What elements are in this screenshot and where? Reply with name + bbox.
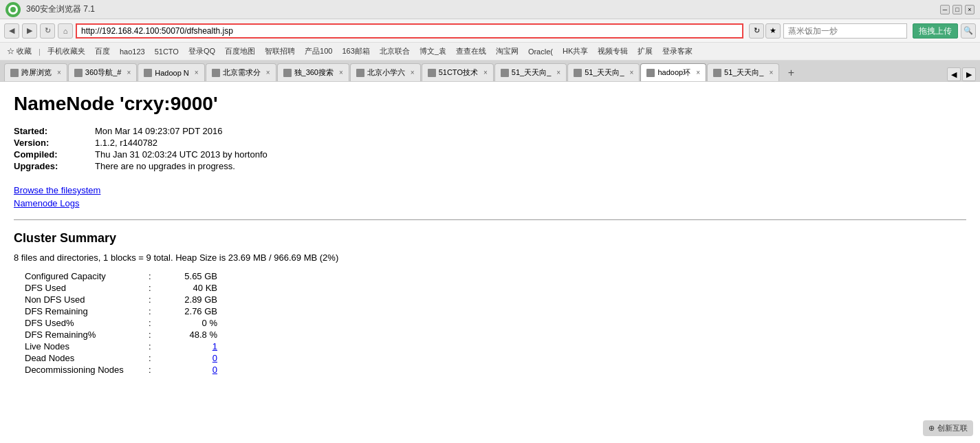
- minimize-button[interactable]: ─: [940, 5, 950, 14]
- tab-hadoop-env[interactable]: hadoop环 ×: [640, 63, 706, 81]
- tab-close-icon[interactable]: ×: [127, 69, 131, 76]
- maximize-button[interactable]: □: [952, 5, 962, 14]
- cluster-row-value[interactable]: 1: [162, 341, 217, 352]
- tab-label: 360导航_#: [85, 67, 122, 78]
- bookmark-qq[interactable]: 登录QQ: [186, 45, 218, 57]
- cluster-row-label: Configured Capacity: [25, 271, 149, 281]
- window-controls[interactable]: ─ □ ×: [940, 5, 974, 14]
- tab-label: 独_360搜索: [294, 67, 334, 78]
- section-divider: [14, 219, 966, 220]
- bookmark-163mail[interactable]: 163邮箱: [339, 45, 372, 57]
- tab-favicon: [501, 69, 509, 77]
- tab-close-icon[interactable]: ×: [195, 69, 199, 76]
- bookmarks-bar: ☆ 收藏 | 手机收藏夹 百度 hao123 51CTO 登录QQ 百度地图 智…: [0, 43, 980, 61]
- bookmark-video[interactable]: 视频专辑: [595, 45, 631, 57]
- tab-close-icon[interactable]: ×: [696, 69, 700, 76]
- bookmark-zhilian[interactable]: 智联招聘: [262, 45, 298, 57]
- cluster-row-value: 5.65 GB: [162, 271, 217, 281]
- namenode-logs-link[interactable]: Namenode Logs: [14, 198, 966, 208]
- bookmark-taobao[interactable]: 淘宝网: [493, 45, 521, 57]
- tab-close-icon[interactable]: ×: [556, 69, 560, 76]
- tab-label: 跨屏浏览: [21, 67, 52, 78]
- url-port: :50070: [159, 26, 184, 36]
- info-row-compiled: Compiled: Thu Jan 31 02:03:24 UTC 2013 b…: [14, 149, 966, 160]
- cluster-row-label: Dead Nodes: [25, 353, 149, 363]
- tab-kuaping[interactable]: 跨屏浏览 ×: [4, 63, 67, 81]
- info-row-upgrades: Upgrades: There are no upgrades in progr…: [14, 161, 966, 171]
- bookmark-extend[interactable]: 扩展: [635, 45, 655, 57]
- tab-beijing-demand[interactable]: 北京需求分 ×: [206, 63, 276, 81]
- tab-favicon: [646, 69, 655, 77]
- close-button[interactable]: ×: [965, 5, 974, 14]
- star-icon[interactable]: ★: [765, 23, 781, 39]
- bookmark-oracle[interactable]: Oracle(: [525, 47, 556, 56]
- cluster-row-value[interactable]: 0: [162, 365, 217, 375]
- search-button[interactable]: 🔍: [961, 23, 976, 39]
- tab-close-icon[interactable]: ×: [411, 69, 415, 76]
- bookmark-product100[interactable]: 产品100: [302, 45, 335, 57]
- tab-prev-button[interactable]: ◀: [947, 67, 961, 81]
- bookmark-bowen[interactable]: 博文_袁: [417, 45, 449, 57]
- page-content: NameNode 'crxy:9000' Started: Mon Mar 14…: [0, 82, 980, 387]
- bookmark-bjlianhe[interactable]: 北京联合: [377, 45, 413, 57]
- tab-favicon: [574, 69, 582, 77]
- back-button[interactable]: ◀: [4, 23, 19, 39]
- tab-favicon: [713, 69, 721, 77]
- page-title: NameNode 'crxy:9000': [14, 93, 966, 115]
- link-section: Browse the filesystem Namenode Logs: [14, 185, 966, 208]
- tabs-bar: 跨屏浏览 × 360导航_# × Hadoop N × 北京需求分 × 独_36…: [0, 61, 980, 81]
- bookmark-chacha[interactable]: 查查在线: [453, 45, 489, 57]
- tab-close-icon[interactable]: ×: [770, 69, 774, 76]
- tab-tiantian1[interactable]: 51_天天向_ ×: [494, 63, 567, 81]
- tab-favicon: [74, 69, 83, 77]
- tab-next-button[interactable]: ▶: [962, 67, 976, 81]
- compiled-label: Compiled:: [14, 149, 89, 160]
- tab-favicon: [356, 69, 364, 77]
- bookmark-mobile[interactable]: 手机收藏夹: [45, 45, 88, 57]
- bookmark-login[interactable]: 登录客家: [660, 45, 695, 57]
- nav-bar: ◀ ▶ ↻ ⌂ http://192.168.42.100:50070/dfsh…: [0, 19, 980, 43]
- bookmark-51cto[interactable]: 51CTO: [152, 47, 182, 56]
- refresh-icon[interactable]: ↻: [749, 23, 764, 39]
- tab-close-icon[interactable]: ×: [57, 69, 61, 76]
- tab-close-icon[interactable]: ×: [630, 69, 634, 76]
- address-actions: ↻ ★: [749, 23, 781, 39]
- cluster-summary-title: Cluster Summary: [14, 231, 966, 246]
- tab-close-icon[interactable]: ×: [266, 69, 270, 76]
- cluster-row-value[interactable]: 0: [162, 353, 217, 363]
- tab-360search[interactable]: 独_360搜索 ×: [277, 63, 349, 81]
- browse-filesystem-link[interactable]: Browse the filesystem: [14, 185, 966, 195]
- tab-tiantian2[interactable]: 51_天天向_ ×: [567, 63, 640, 81]
- info-row-started: Started: Mon Mar 14 09:23:07 PDT 2016: [14, 126, 966, 136]
- tab-bj-school[interactable]: 北京小学六 ×: [350, 63, 421, 81]
- info-table: Started: Mon Mar 14 09:23:07 PDT 2016 Ve…: [14, 126, 966, 171]
- tab-51cto-tech[interactable]: 51CTO技术 ×: [422, 63, 494, 81]
- bookmark-hk[interactable]: HK共享: [560, 45, 591, 57]
- cluster-row-colon: :: [149, 353, 162, 363]
- tab-close-icon[interactable]: ×: [339, 69, 343, 76]
- home-button[interactable]: ⌂: [58, 23, 73, 39]
- bookmark-baidu[interactable]: 百度: [92, 45, 113, 57]
- cluster-row-colon: :: [149, 341, 162, 352]
- bookmark-baidumap[interactable]: 百度地图: [222, 45, 258, 57]
- forward-button[interactable]: ▶: [22, 23, 37, 39]
- cluster-row: DFS Used:40 KB: [25, 283, 966, 293]
- cluster-row-value: 40 KB: [162, 283, 217, 293]
- new-tab-button[interactable]: +: [783, 65, 799, 81]
- tab-label: Hadoop N: [155, 69, 189, 77]
- tab-favicon: [428, 69, 436, 77]
- cluster-row: DFS Remaining:2.76 GB: [25, 306, 966, 316]
- cluster-row: DFS Remaining%:48.8 %: [25, 329, 966, 340]
- search-input[interactable]: [783, 23, 907, 39]
- tab-360nav[interactable]: 360导航_# ×: [68, 63, 137, 81]
- upload-button[interactable]: 拖拽上传: [913, 23, 958, 39]
- tab-tiantian3[interactable]: 51_天天向_ ×: [707, 63, 779, 81]
- address-bar[interactable]: http://192.168.42.100:50070/dfshealth.js…: [76, 23, 743, 39]
- version-value: 1.1.2, r1440782: [95, 138, 157, 148]
- cluster-summary-text: 8 files and directories, 1 blocks = 9 to…: [14, 252, 966, 263]
- tab-close-icon[interactable]: ×: [483, 69, 488, 76]
- tab-hadoop-n[interactable]: Hadoop N ×: [138, 63, 204, 81]
- refresh-button[interactable]: ↻: [40, 23, 55, 39]
- bookmark-favorites[interactable]: ☆ 收藏: [4, 45, 34, 57]
- bookmark-hao123[interactable]: hao123: [117, 47, 148, 56]
